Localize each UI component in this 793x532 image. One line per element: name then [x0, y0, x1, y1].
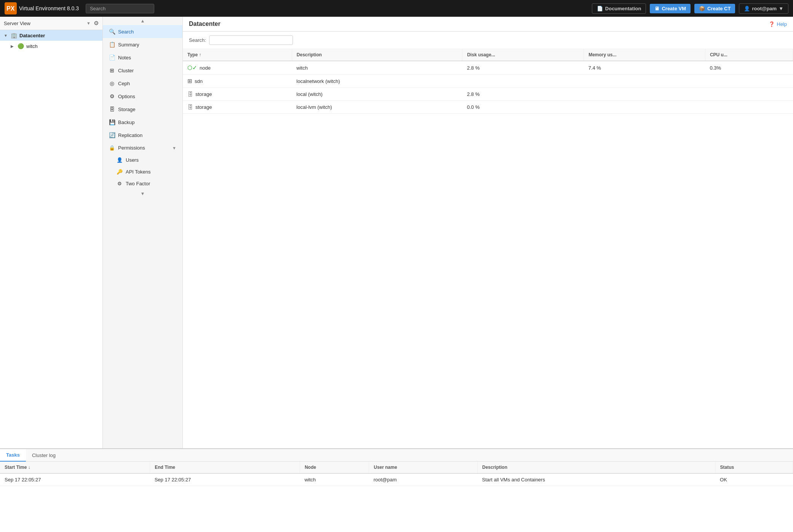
tree-item-datacenter[interactable]: ▼ 🏢 Datacenter: [0, 30, 102, 41]
type-label: sdn: [195, 78, 203, 84]
menu-item-options[interactable]: ⚙ Options: [103, 90, 182, 103]
tasks-table: Start Time ↓ End Time Node User name Des…: [0, 462, 793, 532]
table-row: 🗄storage local-lvm (witch) 0.0 %: [183, 101, 793, 114]
help-button[interactable]: ❓ Help: [769, 21, 787, 27]
gear-icon[interactable]: ⚙: [94, 20, 99, 27]
tasks-col-user[interactable]: User name: [369, 462, 478, 473]
cell-memory: [584, 88, 705, 101]
content-search-bar: Search:: [183, 32, 793, 49]
menu-label-two-factor: Two Factor: [126, 181, 150, 186]
menu-item-storage[interactable]: 🗄 Storage: [103, 103, 182, 116]
help-label: Help: [777, 21, 787, 27]
menu-item-notes[interactable]: 📄 Notes: [103, 51, 182, 64]
createct-label: Create CT: [707, 6, 731, 11]
menu-item-two-factor[interactable]: ⚙ Two Factor: [103, 178, 182, 190]
scroll-up-arrow[interactable]: ▲: [103, 17, 182, 25]
replication-menu-icon: 🔄: [109, 132, 115, 138]
col-type[interactable]: Type ↑: [183, 49, 292, 61]
menu-label-users: Users: [126, 157, 139, 163]
createvm-icon: 🖥: [654, 6, 659, 11]
server-view-dropdown-icon[interactable]: ▼: [86, 21, 91, 25]
menu-label-api-tokens: API Tokens: [126, 169, 151, 175]
main-layout: Server View ▼ ⚙ ▼ 🏢 Datacenter ▶ 🟢 witch…: [0, 17, 793, 448]
tab-tasks[interactable]: Tasks: [0, 449, 26, 462]
col-cpu[interactable]: CPU u...: [705, 49, 793, 61]
tasks-col-end[interactable]: End Time: [150, 462, 300, 473]
type-label: storage: [195, 104, 212, 110]
tasks-body: Sep 17 22:05:27 Sep 17 22:05:27 witch ro…: [0, 473, 793, 486]
chevron-down-icon: ▼: [141, 191, 145, 196]
cell-description: witch: [292, 61, 462, 75]
tasks-col-node[interactable]: Node: [300, 462, 369, 473]
menu-item-users[interactable]: 👤 Users: [103, 154, 182, 166]
cell-description: local (witch): [292, 88, 462, 101]
menu-item-search[interactable]: 🔍 Search: [103, 25, 182, 38]
cell-type: 🗄storage: [183, 88, 292, 101]
sdn-type-icon: ⊞: [187, 78, 192, 84]
create-ct-button[interactable]: 📦 Create CT: [694, 4, 735, 13]
menu-item-replication[interactable]: 🔄 Replication: [103, 129, 182, 142]
col-memory[interactable]: Memory us...: [584, 49, 705, 61]
create-vm-button[interactable]: 🖥 Create VM: [650, 4, 691, 13]
ceph-menu-icon: ◎: [109, 80, 115, 86]
cell-memory: [584, 75, 705, 88]
tasks-data-table: Start Time ↓ End Time Node User name Des…: [0, 462, 793, 486]
cell-description: localnetwork (witch): [292, 75, 462, 88]
user-label: root@pam: [752, 6, 777, 11]
tasks-col-status[interactable]: Status: [715, 462, 793, 473]
cluster-menu-icon: ⊞: [109, 67, 115, 73]
permissions-menu-icon: 🔒: [109, 145, 115, 151]
datacenter-icon: 🏢: [11, 32, 17, 38]
tasks-col-start[interactable]: Start Time ↓: [0, 462, 150, 473]
user-icon: 👤: [744, 6, 750, 11]
table-row: 🗄storage local (witch) 2.8 %: [183, 88, 793, 101]
summary-menu-icon: 📋: [109, 41, 115, 48]
content-search-input[interactable]: [209, 35, 293, 45]
documentation-button[interactable]: 📄 Documentation: [592, 3, 646, 14]
type-label: node: [200, 65, 211, 71]
search-input-top[interactable]: [86, 4, 154, 13]
menu-item-api-tokens[interactable]: 🔑 API Tokens: [103, 166, 182, 178]
menu-label-summary: Summary: [118, 42, 139, 48]
task-user: root@pam: [369, 473, 478, 486]
table-header-row: Type ↑ Description Disk usage... Memory …: [183, 49, 793, 61]
menu-label-permissions: Permissions: [118, 145, 145, 151]
bottom-tabs: Tasks Cluster log: [0, 449, 793, 462]
task-status: OK: [715, 473, 793, 486]
two-factor-submenu-icon: ⚙: [117, 181, 123, 186]
bottom-panel: Tasks Cluster log Start Time ↓ End Time …: [0, 448, 793, 532]
col-disk[interactable]: Disk usage...: [462, 49, 584, 61]
cell-cpu: [705, 101, 793, 114]
cell-disk: 2.8 %: [462, 88, 584, 101]
backup-menu-icon: 💾: [109, 119, 115, 125]
notes-menu-icon: 📄: [109, 54, 115, 61]
cell-disk: 2.8 %: [462, 61, 584, 75]
menu-label-ceph: Ceph: [118, 81, 130, 86]
menu-item-ceph[interactable]: ◎ Ceph: [103, 77, 182, 90]
task-description: Start all VMs and Containers: [477, 473, 715, 486]
table-body: ⬡✓node witch 2.8 % 7.4 % 0.3% ⊞sdn local…: [183, 61, 793, 114]
tab-clusterlog[interactable]: Cluster log: [26, 449, 62, 461]
menu-item-summary[interactable]: 📋 Summary: [103, 38, 182, 51]
cell-cpu: 0.3%: [705, 61, 793, 75]
storage-type-icon: 🗄: [187, 104, 193, 110]
menu-label-notes: Notes: [118, 55, 131, 61]
menu-label-cluster: Cluster: [118, 68, 134, 73]
help-icon: ❓: [769, 21, 775, 27]
topbar: PX Virtual Environment 8.0.3 📄 Documenta…: [0, 0, 793, 17]
center-panel: ▲ 🔍 Search 📋 Summary 📄 Notes ⊞ Cluster ◎…: [103, 17, 183, 448]
scroll-down-arrow[interactable]: ▼: [103, 190, 182, 198]
menu-item-cluster[interactable]: ⊞ Cluster: [103, 64, 182, 77]
menu-item-backup[interactable]: 💾 Backup: [103, 116, 182, 129]
tree-item-witch[interactable]: ▶ 🟢 witch: [0, 41, 102, 51]
app-title: Virtual Environment 8.0.3: [19, 5, 79, 11]
left-sidebar: Server View ▼ ⚙ ▼ 🏢 Datacenter ▶ 🟢 witch: [0, 17, 103, 448]
menu-item-permissions[interactable]: 🔒 Permissions ▼: [103, 142, 182, 154]
task-node: witch: [300, 473, 369, 486]
user-menu-button[interactable]: 👤 root@pam ▼: [739, 3, 788, 14]
cell-type: ⊞sdn: [183, 75, 292, 88]
tasks-col-desc[interactable]: Description: [477, 462, 715, 473]
col-description[interactable]: Description: [292, 49, 462, 61]
options-menu-icon: ⚙: [109, 93, 115, 99]
doc-icon: 📄: [597, 6, 603, 11]
